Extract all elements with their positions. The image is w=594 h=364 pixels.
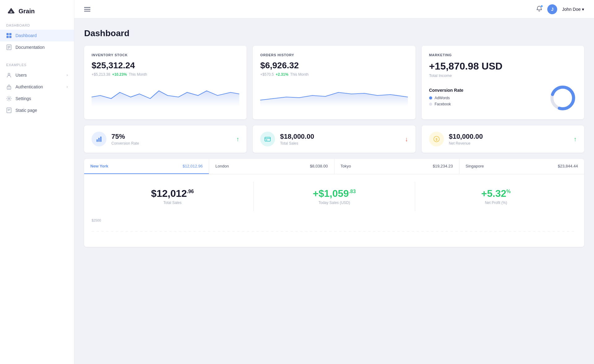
sidebar-item-settings[interactable]: Settings	[0, 93, 74, 104]
sidebar: Grain Dashboard Dashboard Documentation …	[0, 0, 74, 364]
total-sales-label: Total Sales	[280, 141, 400, 146]
metrics-row: INVENTORY STOCK $25,312.24 +$5,213.38 +1…	[84, 46, 584, 119]
documentation-icon	[6, 44, 12, 50]
location-net-profit-sup: %	[506, 189, 511, 194]
location-today-sales-value: +$1,059.83	[260, 188, 409, 199]
chart-value-label: $2500	[92, 218, 577, 222]
orders-value: $6,926.32	[260, 61, 408, 70]
inventory-chart	[92, 82, 239, 106]
location-stat-today-sales: +$1,059.83 Today Sales (USD)	[253, 182, 415, 211]
marketing-card: MARKETING +15,870.98 USD Total Income Co…	[422, 46, 584, 119]
hamburger-line-2	[84, 9, 90, 10]
tab-new-york[interactable]: New York $12,012.96	[84, 159, 209, 174]
hamburger-menu[interactable]	[84, 7, 90, 11]
net-revenue-text: $10,000.00 Net Revenue	[449, 133, 569, 146]
user-name-display[interactable]: John Doe ▾	[562, 7, 584, 12]
tab-london-label: London	[215, 164, 229, 168]
orders-title: ORDERS HISTORY	[260, 53, 408, 57]
orders-change: +$570.5 +2.31% This Month	[260, 72, 408, 77]
users-chevron-icon: ›	[67, 73, 68, 77]
location-mini-chart	[92, 222, 577, 241]
svg-rect-18	[98, 138, 100, 142]
facebook-dot	[429, 103, 432, 106]
inventory-value: $25,312.24	[92, 61, 239, 70]
stat-card-net-revenue: $ $10,000.00 Net Revenue ↑	[422, 125, 584, 153]
card-icon	[264, 136, 271, 142]
sidebar-item-dashboard[interactable]: Dashboard	[0, 30, 74, 41]
total-sales-text: $18,000.00 Total Sales	[280, 133, 400, 146]
authentication-icon	[6, 84, 12, 90]
header-left	[84, 7, 90, 11]
sidebar-item-static-page[interactable]: Static page	[0, 104, 74, 116]
avatar: J	[547, 4, 557, 14]
location-content: $12,012.96 Total Sales +$1,059.83 Today …	[84, 174, 584, 218]
tab-singapore-value: $23,844.44	[558, 164, 578, 168]
location-card: New York $12,012.96 London $8,038.00 Tok…	[84, 159, 584, 247]
total-sales-value: $18,000.00	[280, 133, 400, 141]
header: J John Doe ▾	[74, 0, 594, 19]
location-today-sales-sup: .83	[349, 189, 356, 194]
location-net-profit-value: +5.32%	[421, 188, 570, 199]
location-net-profit-label: Net Profit (%)	[421, 201, 570, 205]
inventory-card: INVENTORY STOCK $25,312.24 +$5,213.38 +1…	[84, 46, 247, 119]
static-page-icon	[6, 108, 12, 113]
svg-rect-0	[6, 33, 9, 35]
location-total-sales-label: Total Sales	[98, 201, 247, 205]
conversion-trend-icon: ↑	[236, 136, 239, 143]
orders-change-percent: +2.31%	[276, 72, 288, 77]
legend-adwords: AdWords	[429, 96, 463, 100]
stats-row: 75% Conversion Rate ↑ $18,000.00 Total S…	[84, 125, 584, 153]
conversion-label: Conversion Rate	[111, 141, 231, 146]
tab-tokyo-label: Tokyo	[341, 164, 351, 168]
hamburger-line-1	[84, 7, 90, 8]
orders-card: ORDERS HISTORY $6,926.32 +$570.5 +2.31% …	[253, 46, 415, 119]
net-revenue-icon-bg: $	[429, 132, 444, 146]
conversion-title: Conversion Rate	[429, 88, 463, 93]
dashboard-icon	[6, 33, 12, 38]
adwords-dot	[429, 96, 432, 99]
svg-rect-22	[266, 140, 267, 140]
tab-london-value: $8,038.00	[310, 164, 328, 168]
sidebar-section-examples: Examples	[0, 63, 74, 69]
logo-text: Grain	[19, 8, 35, 15]
user-dropdown-chevron: ▾	[582, 7, 584, 12]
marketing-title: MARKETING	[429, 53, 577, 57]
stat-card-total-sales: $18,000.00 Total Sales ↓	[253, 125, 415, 153]
sidebar-item-authentication[interactable]: Authentication ›	[0, 81, 74, 93]
tab-singapore-label: Singapore	[466, 164, 484, 168]
stat-card-conversion: 75% Conversion Rate ↑	[84, 125, 247, 153]
tab-tokyo[interactable]: Tokyo $19,234.23	[334, 159, 459, 174]
location-total-sales-sup: .96	[187, 189, 194, 194]
main-area: J John Doe ▾ Dashboard INVENTORY STOCK $…	[74, 0, 594, 364]
notification-bell[interactable]	[536, 6, 542, 13]
inventory-change-period: This Month	[129, 72, 147, 77]
svg-rect-1	[9, 33, 11, 35]
location-chart-section: $2500	[84, 218, 584, 247]
sidebar-item-documentation[interactable]: Documentation	[0, 41, 74, 53]
conversion-value: 75%	[111, 133, 231, 141]
location-stat-net-profit: +5.32% Net Profit (%)	[415, 182, 577, 211]
tab-london[interactable]: London $8,038.00	[209, 159, 334, 174]
sidebar-item-users-label: Users	[15, 73, 27, 78]
orders-change-amount: +$570.5	[260, 72, 274, 77]
tab-new-york-value: $12,012.96	[183, 164, 203, 168]
hamburger-line-3	[84, 11, 90, 11]
location-total-sales-value: $12,012.96	[98, 188, 247, 199]
sidebar-item-users[interactable]: Users ›	[0, 69, 74, 81]
marketing-value: +15,870.98 USD	[429, 61, 577, 72]
settings-icon	[6, 96, 12, 101]
users-icon	[6, 72, 12, 78]
content-area: Dashboard INVENTORY STOCK $25,312.24 +$5…	[74, 19, 594, 364]
tab-singapore[interactable]: Singapore $23,844.44	[459, 159, 584, 174]
total-sales-trend-icon: ↓	[405, 136, 408, 143]
orders-chart	[260, 82, 408, 106]
adwords-label: AdWords	[435, 96, 450, 100]
page-title: Dashboard	[84, 28, 584, 38]
inventory-change-amount: +$5,213.38	[92, 72, 110, 77]
bar-chart-icon	[96, 136, 102, 142]
dollar-icon: $	[433, 136, 440, 142]
svg-rect-2	[6, 36, 9, 38]
tab-new-york-label: New York	[90, 164, 108, 168]
svg-rect-20	[265, 137, 270, 141]
location-stat-total-sales: $12,012.96 Total Sales	[92, 182, 253, 211]
